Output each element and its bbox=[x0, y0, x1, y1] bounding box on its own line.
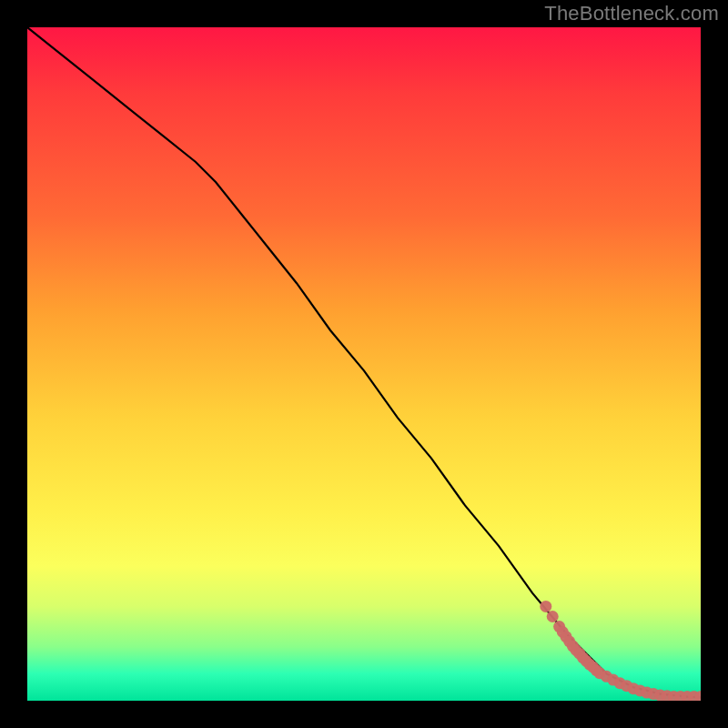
data-point bbox=[547, 611, 559, 622]
watermark-label: TheBottleneck.com bbox=[544, 2, 719, 25]
plot-area bbox=[27, 27, 701, 701]
main-curve bbox=[27, 27, 701, 697]
chart-frame: TheBottleneck.com bbox=[0, 0, 728, 728]
data-points bbox=[540, 601, 701, 701]
chart-overlay bbox=[27, 27, 701, 701]
data-point bbox=[540, 601, 551, 612]
